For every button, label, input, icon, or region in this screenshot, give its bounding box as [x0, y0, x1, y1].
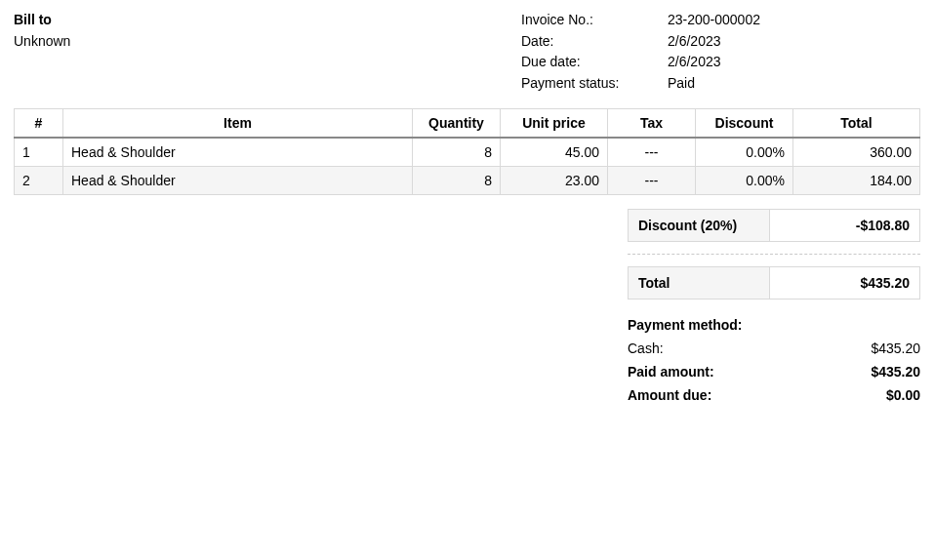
col-tax-header: Tax	[608, 108, 696, 138]
cell-discount: 0.00%	[696, 138, 793, 167]
cell-item: Head & Shoulder	[63, 138, 413, 167]
cash-value: $435.20	[871, 340, 920, 356]
amount-due-label: Amount due:	[628, 387, 711, 403]
date-label: Date:	[521, 31, 668, 53]
paid-amount-value: $435.20	[871, 364, 920, 380]
invoice-header: Bill to Unknown Invoice No.: 23-200-0000…	[14, 10, 920, 95]
table-row: 2 Head & Shoulder 8 23.00 --- 0.00% 184.…	[15, 166, 920, 194]
cell-qty: 8	[413, 138, 501, 167]
cell-qty: 8	[413, 166, 501, 194]
col-item-header: Item	[63, 108, 413, 138]
cell-tax: ---	[608, 138, 696, 167]
col-price-header: Unit price	[501, 108, 608, 138]
payment-section: Payment method: Cash: $435.20 Paid amoun…	[628, 313, 920, 407]
total-box: Total $435.20	[628, 266, 920, 300]
col-total-header: Total	[793, 108, 920, 138]
table-header-row: # Item Quantity Unit price Tax Discount …	[15, 108, 920, 138]
col-qty-header: Quantity	[413, 108, 501, 138]
cell-tax: ---	[608, 166, 696, 194]
invoice-meta: Invoice No.: 23-200-000002 Date: 2/6/202…	[521, 10, 920, 95]
cell-discount: 0.00%	[696, 166, 793, 194]
discount-box: Discount (20%) -$108.80	[628, 209, 920, 242]
date-value: 2/6/2023	[668, 31, 721, 53]
invoice-no-label: Invoice No.:	[521, 10, 668, 31]
separator	[628, 254, 920, 255]
table-row: 1 Head & Shoulder 8 45.00 --- 0.00% 360.…	[15, 138, 920, 167]
cell-total: 184.00	[793, 166, 920, 194]
cash-label: Cash:	[628, 340, 664, 356]
cell-item: Head & Shoulder	[63, 166, 413, 194]
cell-total: 360.00	[793, 138, 920, 167]
total-label: Total	[629, 267, 770, 299]
cell-price: 45.00	[501, 138, 608, 167]
payment-status-value: Paid	[668, 73, 695, 95]
summary-block: Discount (20%) -$108.80 Total $435.20 Pa…	[14, 209, 920, 407]
bill-to-value: Unknown	[14, 31, 521, 53]
bill-to-label: Bill to	[14, 10, 521, 31]
payment-status-label: Payment status:	[521, 73, 668, 95]
col-num-header: #	[15, 108, 63, 138]
paid-amount-label: Paid amount:	[628, 364, 714, 380]
cell-price: 23.00	[501, 166, 608, 194]
due-date-value: 2/6/2023	[668, 52, 721, 73]
discount-label: Discount (20%)	[629, 210, 770, 241]
col-discount-header: Discount	[696, 108, 793, 138]
total-value: $435.20	[770, 267, 919, 299]
bill-to-block: Bill to Unknown	[14, 10, 521, 95]
amount-due-value: $0.00	[886, 387, 920, 403]
cell-num: 2	[15, 166, 63, 194]
cell-num: 1	[15, 138, 63, 167]
discount-value: -$108.80	[770, 210, 919, 241]
due-date-label: Due date:	[521, 52, 668, 73]
payment-method-label: Payment method:	[628, 317, 742, 333]
line-items-table: # Item Quantity Unit price Tax Discount …	[14, 108, 920, 195]
invoice-no-value: 23-200-000002	[668, 10, 760, 31]
